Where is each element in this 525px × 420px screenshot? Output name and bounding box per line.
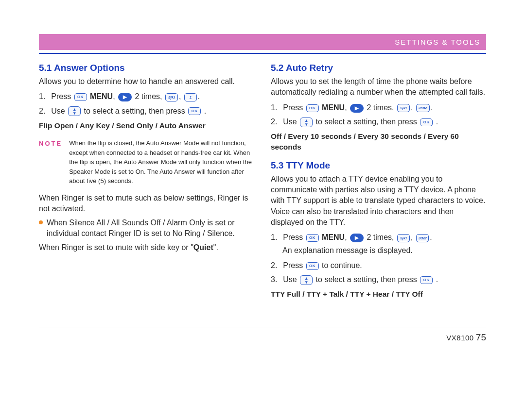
s53-step-3: 3. Use to select a setting, then press O… (271, 273, 486, 286)
note-label: NOTE (39, 138, 62, 186)
s52-step-2: 2. Use to select a setting, then press O… (271, 115, 486, 128)
right-arrow-key-icon: ▶ (350, 234, 364, 242)
s51-step-2: 2. Use to select a setting, then press O… (39, 104, 254, 118)
footer-page-number: 75 (476, 332, 486, 342)
s53-options: TTY Full / TTY + Talk / TTY + Hear / TTY… (271, 289, 486, 300)
section-5-1-title: 5.1 Answer Options (39, 63, 254, 73)
s53-step-2: 2. Press OK to continue. (271, 259, 486, 272)
five-key-icon: 5jkl (397, 234, 410, 242)
one-key-icon: 1 (184, 93, 197, 101)
header-section-title: SETTINGS & TOOLS (39, 34, 486, 50)
bullet-icon (39, 220, 43, 224)
ok-key-icon: OK (420, 118, 433, 126)
ok-key-icon: OK (306, 262, 319, 270)
s51-options: Flip Open / Any Key / Send Only / Auto A… (39, 120, 254, 131)
left-column: 5.1 Answer Options Allows you to determi… (39, 63, 254, 307)
s52-step-1: 1. Press OK MENU, ▶ 2 times, 5jkl, 2abc. (271, 101, 486, 114)
footer: VX8100 75 (39, 327, 486, 343)
three-key-icon: 3def (416, 234, 429, 242)
five-key-icon: 5jkl (397, 104, 410, 112)
ok-key-icon: OK (306, 234, 319, 242)
s51-ringer-para: When Ringer is set to mute such as below… (39, 193, 254, 215)
ok-key-icon: OK (420, 276, 433, 284)
s53-step-1-extra: An explanation message is displayed. (282, 245, 486, 256)
s51-bullet-1: When Silence All / All Sounds Off / Alar… (39, 218, 254, 239)
section-5-3-title: 5.3 TTY Mode (271, 160, 486, 171)
ok-key-icon: OK (74, 93, 87, 101)
five-key-icon: 5jkl (165, 93, 178, 101)
nav-updown-key-icon (68, 106, 81, 116)
section-5-1-intro: Allows you to determine how to handle an… (39, 76, 254, 87)
section-5-3-intro: Allows you to attach a TTY device enabli… (271, 174, 486, 228)
s53-step-1: 1. Press OK MENU, ▶ 2 times, 5jkl, 3def. (271, 231, 486, 244)
note-block: NOTE When the flip is closed, the Auto A… (39, 138, 254, 186)
nav-updown-key-icon (300, 118, 313, 127)
right-arrow-key-icon: ▶ (350, 104, 364, 113)
right-column: 5.2 Auto Retry Allows you to set the len… (271, 63, 486, 307)
s51-quiet-para: When Ringer is set to mute with side key… (39, 242, 254, 253)
s52-options: Off / Every 10 seconds / Every 30 second… (271, 131, 486, 152)
note-text: When the flip is closed, the Auto Answer… (69, 138, 254, 186)
section-5-2-intro: Allows you to set the length of time the… (271, 76, 486, 98)
ok-key-icon: OK (188, 107, 201, 115)
ok-key-icon: OK (306, 104, 319, 112)
horizontal-rule (39, 53, 486, 54)
two-key-icon: 2abc (416, 104, 430, 112)
right-arrow-key-icon: ▶ (118, 93, 132, 101)
nav-updown-key-icon (300, 275, 313, 285)
section-5-2-title: 5.2 Auto Retry (271, 63, 486, 73)
s51-step-1: 1. Press OK MENU, ▶ 2 times, 5jkl, 1 . (39, 90, 254, 103)
footer-model: VX8100 (446, 334, 473, 342)
